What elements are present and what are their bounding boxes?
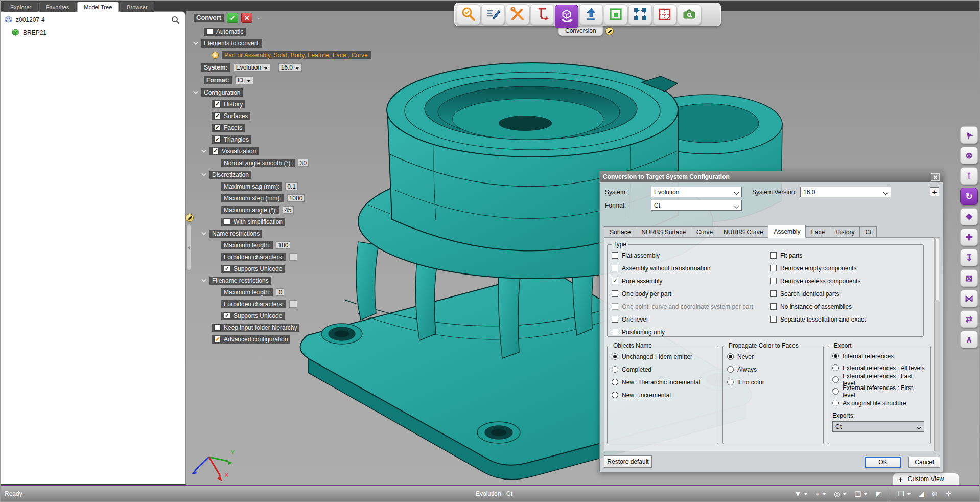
check-search-icon[interactable]: [457, 4, 480, 25]
advanced-config-checkbox[interactable]: [214, 336, 221, 343]
field-value[interactable]: [289, 253, 297, 261]
select-cursor-icon[interactable]: ➤: [960, 126, 978, 144]
radio-button[interactable]: [832, 388, 839, 395]
toolbox-icon[interactable]: [678, 4, 701, 25]
exports-dropdown[interactable]: Ct: [832, 421, 924, 432]
checkbox[interactable]: [214, 101, 221, 107]
dialog-scrollbar[interactable]: [934, 237, 940, 451]
explode-faces-icon[interactable]: ❖: [960, 208, 978, 225]
filter-icon[interactable]: ▼: [794, 488, 808, 499]
supports-unicode-checkbox[interactable]: [224, 312, 230, 319]
panel-tab[interactable]: Favorites: [39, 2, 76, 12]
field-value[interactable]: 0.1: [285, 182, 298, 190]
radio-row[interactable]: External references : First level: [832, 385, 926, 397]
plane-view-icon[interactable]: ◢: [919, 488, 924, 499]
automatic-checkbox-row[interactable]: Automatic: [204, 28, 246, 36]
field-value[interactable]: [289, 300, 297, 308]
display-mode-icon[interactable]: ❑: [854, 488, 868, 499]
drawing-sheet-icon[interactable]: [653, 4, 676, 25]
checkbox-row[interactable]: Remove useless components: [770, 275, 919, 287]
panel-tab[interactable]: Model Tree: [77, 2, 119, 12]
checkbox-row[interactable]: One point, curve and coordinate system p…: [612, 300, 770, 313]
checkbox-row[interactable]: One level: [612, 313, 770, 326]
chevron-down-icon[interactable]: [201, 230, 206, 235]
checkbox-row[interactable]: Assembly without transformation: [612, 262, 770, 275]
restore-default-button[interactable]: Restore default: [604, 455, 652, 468]
measure-clamp-icon[interactable]: [530, 4, 554, 25]
checkbox-row[interactable]: Flat assembly: [612, 249, 770, 262]
radio-row[interactable]: As original file structure: [832, 397, 926, 409]
checkbox[interactable]: [214, 136, 221, 143]
radio-button[interactable]: [832, 364, 839, 371]
advanced-config-row[interactable]: Advanced configuration: [212, 335, 290, 344]
radio-button[interactable]: [612, 353, 618, 360]
system-dropdown[interactable]: Evolution: [234, 63, 270, 72]
visibility-icon[interactable]: ◎: [834, 488, 847, 499]
dlg-system-dropdown[interactable]: Evolution: [651, 187, 742, 197]
checkbox[interactable]: [770, 316, 777, 323]
radio-row[interactable]: Unchanged : Idem emitter: [612, 350, 714, 363]
chevron-down-icon[interactable]: [201, 277, 206, 282]
dialog-tab[interactable]: Assembly: [768, 225, 806, 238]
dialog-tab[interactable]: Curve: [691, 226, 718, 238]
export-up-icon[interactable]: [579, 4, 603, 25]
cancel-button[interactable]: ✕: [241, 13, 252, 23]
keep-hierarchy-row[interactable]: Keep input folder hierarchy: [212, 324, 299, 332]
dialog-tab[interactable]: Face: [805, 226, 830, 238]
structure-icon[interactable]: [628, 4, 652, 25]
radio-button[interactable]: [612, 366, 618, 373]
box-x-icon[interactable]: ⊠: [960, 269, 978, 287]
repair-tools-icon[interactable]: [506, 4, 529, 25]
checkbox-row[interactable]: Remove empty components: [770, 262, 919, 275]
panel-tab[interactable]: Browser: [120, 2, 154, 12]
radio-button[interactable]: [612, 379, 618, 385]
field-value[interactable]: 180: [276, 241, 290, 249]
dlg-system-version-dropdown[interactable]: 16.0: [800, 187, 891, 197]
radio-row[interactable]: Internal references: [832, 350, 926, 362]
conversion-icon[interactable]: ↻: [960, 188, 978, 205]
compare-arrows-icon[interactable]: ⇄: [960, 310, 978, 328]
ok-button[interactable]: OK: [865, 457, 901, 468]
checkbox[interactable]: [612, 303, 618, 310]
annotate-icon[interactable]: [481, 4, 505, 25]
radio-button[interactable]: [832, 400, 839, 406]
radio-row[interactable]: New : Hierarchic incremental: [612, 376, 714, 389]
chevron-down-icon[interactable]: [201, 148, 206, 153]
checkbox-row[interactable]: No instance of assemblies: [770, 300, 919, 313]
custom-view-tab[interactable]: + Custom View: [893, 473, 959, 485]
close-icon[interactable]: [931, 173, 940, 181]
apply-button[interactable]: ✓: [227, 13, 238, 23]
visualization-row[interactable]: Visualization: [194, 147, 378, 155]
add-view-button[interactable]: +: [898, 475, 903, 484]
visualization-checkbox[interactable]: [212, 148, 219, 154]
checkbox[interactable]: [612, 316, 618, 323]
config-checkbox-row[interactable]: Surfaces: [194, 112, 378, 120]
checkbox[interactable]: [612, 290, 618, 297]
checkbox[interactable]: [770, 252, 777, 259]
radio-row[interactable]: Completed: [612, 363, 714, 376]
dialog-tab[interactable]: NURBS Curve: [718, 226, 768, 238]
chevron-down-icon[interactable]: [193, 89, 198, 94]
supports-unicode-checkbox[interactable]: [224, 265, 230, 272]
normal-angle-field[interactable]: 30: [298, 159, 309, 167]
checkbox[interactable]: [770, 265, 777, 271]
panel-splitter[interactable]: [186, 224, 191, 271]
name-unicode-row[interactable]: Supports Unicode: [221, 265, 285, 273]
panel-tab[interactable]: Explorer: [4, 2, 38, 12]
dialog-titlebar[interactable]: Conversion to Target System Configuratio…: [600, 171, 943, 182]
radio-button[interactable]: [727, 366, 734, 373]
config-checkbox-row[interactable]: Triangles: [194, 135, 378, 143]
radio-row[interactable]: Never: [727, 350, 819, 363]
annotation-pin-icon[interactable]: ⌖: [815, 488, 826, 499]
dialog-tab[interactable]: Surface: [604, 226, 636, 238]
chevron-down-icon[interactable]: [201, 171, 206, 176]
add-icon[interactable]: ✚: [960, 229, 978, 246]
checkbox-row[interactable]: Search identical parts: [770, 287, 919, 300]
radio-button[interactable]: [832, 353, 839, 359]
tree-item-child[interactable]: BREP21: [1, 28, 185, 37]
dialog-tab[interactable]: Ct: [859, 226, 877, 238]
checkbox[interactable]: [770, 278, 777, 284]
radio-button[interactable]: [727, 353, 734, 360]
checkbox[interactable]: [214, 112, 221, 119]
radio-row[interactable]: New : incremental: [612, 389, 714, 401]
